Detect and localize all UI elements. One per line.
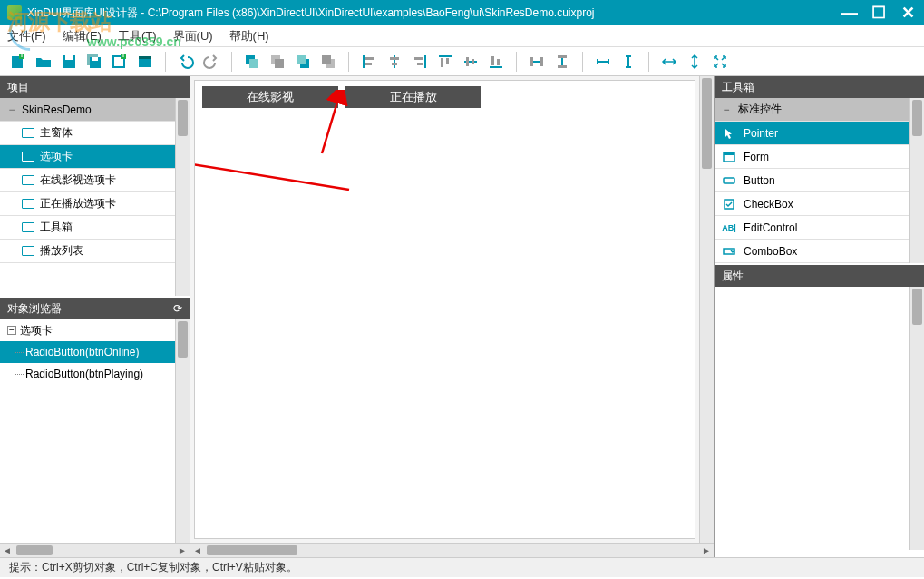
align-center-h-icon[interactable]	[384, 51, 405, 73]
left-hscroll[interactable]: ◄ ►	[0, 543, 190, 557]
redo-icon[interactable]	[200, 51, 222, 73]
same-width-icon[interactable]	[592, 51, 614, 73]
project-panel-title: 项目	[7, 80, 29, 95]
align-middle-v-icon[interactable]	[460, 51, 481, 73]
new-file-icon[interactable]: +	[7, 51, 29, 73]
svg-rect-20	[322, 55, 331, 64]
project-item-label: 播放列表	[40, 243, 83, 259]
scroll-right-icon[interactable]: ►	[175, 545, 190, 555]
svg-rect-37	[491, 56, 494, 65]
panel-icon[interactable]	[134, 51, 156, 73]
canvas-tab[interactable]: 正在播放	[345, 86, 481, 108]
menu-edit[interactable]: 编辑(E)	[63, 28, 102, 44]
object-item[interactable]: RadioButton(btnPlaying)	[0, 363, 175, 385]
object-panel-title: 对象浏览器	[7, 301, 62, 317]
scroll-left-icon[interactable]: ◄	[190, 545, 205, 555]
project-item-label: 主窗体	[40, 125, 73, 141]
combobox-icon	[722, 245, 736, 258]
project-item[interactable]: 工具箱	[0, 216, 175, 240]
project-item[interactable]: 正在播放选项卡	[0, 192, 175, 216]
align-top-icon[interactable]	[434, 51, 456, 73]
open-file-icon[interactable]	[33, 51, 54, 73]
send-backward-icon[interactable]	[292, 51, 314, 73]
distribute-h-icon[interactable]	[526, 51, 548, 73]
project-blank-area	[0, 263, 175, 296]
project-item[interactable]: 选项卡	[0, 145, 175, 169]
save-icon[interactable]	[58, 51, 80, 73]
project-root[interactable]: − SkinResDemo	[0, 98, 175, 122]
toolbox-panel-title: 工具箱	[722, 80, 754, 95]
align-bottom-icon[interactable]	[485, 51, 507, 73]
bring-front-icon[interactable]	[241, 51, 263, 73]
scroll-right-icon[interactable]: ►	[699, 545, 714, 555]
object-vscroll[interactable]	[175, 319, 190, 543]
toolbox-item-combobox[interactable]: ComboBox	[715, 240, 909, 263]
send-back-icon[interactable]	[317, 51, 339, 73]
form-icon	[722, 151, 736, 163]
project-item-label: 工具箱	[40, 220, 73, 235]
toolbox-panel-header: 工具箱	[715, 76, 924, 98]
project-item-label: 正在播放选项卡	[40, 196, 116, 211]
svg-rect-23	[365, 63, 372, 65]
maximize-button[interactable]: ☐	[870, 5, 888, 21]
save-all-icon[interactable]	[83, 51, 105, 73]
align-left-icon[interactable]	[358, 51, 380, 73]
fit-height-icon[interactable]	[684, 51, 705, 73]
project-item[interactable]: 主窗体	[0, 122, 175, 145]
project-item[interactable]: 播放列表	[0, 240, 175, 263]
toolbox-item-pointer[interactable]: Pointer	[715, 122, 909, 145]
design-canvas[interactable]: 在线影视 正在播放	[194, 80, 695, 539]
svg-rect-48	[724, 152, 734, 155]
svg-rect-49	[724, 178, 734, 183]
svg-rect-43	[558, 55, 567, 58]
menu-ui[interactable]: 界面(U)	[173, 28, 213, 44]
object-item-label: RadioButton(btnPlaying)	[25, 368, 143, 380]
bring-forward-icon[interactable]	[267, 51, 288, 73]
project-root-label: SkinResDemo	[22, 103, 92, 116]
toolbox-item-checkbox[interactable]: CheckBox	[715, 192, 909, 216]
toolbox-vscroll[interactable]	[909, 98, 924, 263]
menu-help[interactable]: 帮助(H)	[229, 28, 269, 44]
toolbox-item-label: ComboBox	[744, 245, 797, 258]
menu-tool[interactable]: 工具(T)	[118, 28, 157, 44]
distribute-v-icon[interactable]	[551, 51, 573, 73]
collapse-icon[interactable]: −	[7, 103, 16, 116]
undo-icon[interactable]	[175, 51, 197, 73]
project-panel-header: 项目	[0, 76, 190, 98]
canvas-vscroll[interactable]	[699, 76, 714, 543]
scroll-left-icon[interactable]: ◄	[0, 545, 15, 555]
close-button[interactable]: ✕	[899, 5, 917, 21]
object-item-label: RadioButton(btnOnline)	[25, 346, 139, 358]
collapse-icon[interactable]: −	[722, 103, 731, 116]
collapse-icon[interactable]: −	[7, 326, 16, 335]
fit-width-icon[interactable]	[658, 51, 680, 73]
properties-vscroll[interactable]	[909, 287, 924, 550]
svg-rect-29	[417, 63, 423, 65]
toolbox-item-form[interactable]: Form	[715, 145, 909, 169]
project-item-label: 选项卡	[40, 149, 73, 164]
project-item[interactable]: 在线影视选项卡	[0, 169, 175, 192]
object-item[interactable]: RadioButton(btnOnline)	[0, 341, 175, 363]
toolbox-category[interactable]: − 标准控件	[715, 98, 909, 122]
canvas-hscroll[interactable]: ◄ ►	[190, 543, 714, 557]
toolbar-separator	[648, 52, 649, 72]
minimize-button[interactable]: —	[841, 5, 859, 21]
canvas-tab[interactable]: 在线影视	[202, 86, 338, 108]
project-vscroll[interactable]	[175, 98, 190, 296]
toolbox-item-editcontrol[interactable]: AB|EditControl	[715, 216, 909, 240]
same-height-icon[interactable]	[618, 51, 639, 73]
fit-both-icon[interactable]	[709, 51, 731, 73]
menubar: 文件(F) 编辑(E) 工具(T) 界面(U) 帮助(H)	[0, 25, 924, 47]
new-form-icon[interactable]: +	[109, 51, 131, 73]
folder-icon	[22, 199, 34, 209]
object-root[interactable]: − 选项卡	[0, 319, 175, 341]
toolbox-item-button[interactable]: Button	[715, 169, 909, 192]
align-right-icon[interactable]	[409, 51, 431, 73]
toolbox-category-label: 标准控件	[738, 102, 782, 117]
object-root-label: 选项卡	[20, 323, 53, 339]
refresh-icon[interactable]: ⟳	[173, 302, 182, 315]
menu-file[interactable]: 文件(F)	[7, 28, 46, 44]
svg-rect-25	[390, 57, 399, 60]
folder-icon	[22, 222, 34, 232]
svg-rect-32	[446, 58, 449, 64]
